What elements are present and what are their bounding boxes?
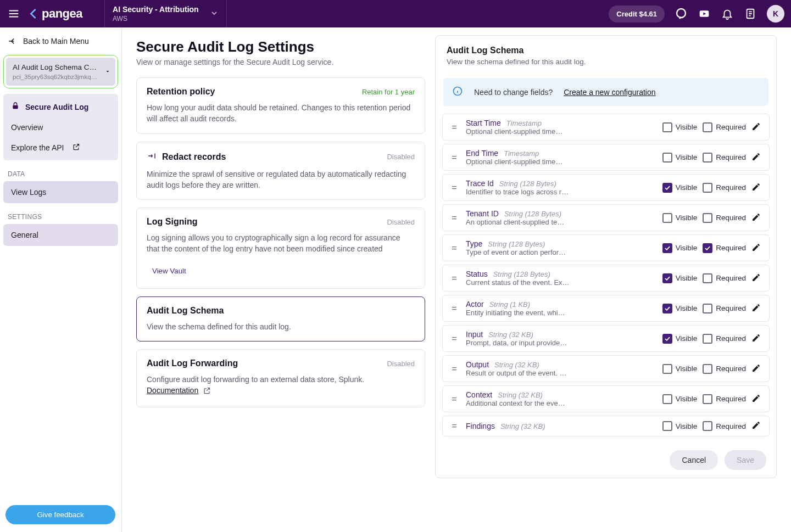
- visible-checkbox[interactable]: [662, 394, 672, 404]
- field-type: String (128 Bytes): [488, 240, 545, 248]
- drag-handle-icon[interactable]: =: [448, 122, 460, 132]
- feedback-button[interactable]: Give feedback: [5, 505, 115, 524]
- visible-label: Visible: [676, 422, 698, 430]
- schema-row: =ContextString (32 KB)Additional context…: [442, 385, 770, 412]
- required-checkbox[interactable]: [703, 364, 712, 374]
- visible-checkbox[interactable]: [662, 421, 672, 431]
- view-vault-button[interactable]: View Vault: [147, 262, 192, 279]
- edit-icon[interactable]: [748, 363, 764, 374]
- required-checkbox[interactable]: [703, 183, 712, 193]
- edit-icon[interactable]: [748, 243, 764, 254]
- card-signing[interactable]: Log Signing Disabled Log signing allows …: [136, 208, 425, 289]
- required-checkbox[interactable]: [703, 153, 712, 163]
- visible-checkbox[interactable]: [662, 273, 672, 283]
- visible-checkbox[interactable]: [662, 213, 672, 223]
- drag-handle-icon[interactable]: =: [448, 364, 460, 374]
- schema-field-list[interactable]: =Start TimeTimestampOptional client-supp…: [436, 111, 776, 442]
- docs-icon[interactable]: [740, 4, 760, 24]
- card-schema[interactable]: Audit Log Schema View the schema defined…: [136, 296, 425, 341]
- field-type: String (128 Bytes): [504, 210, 561, 218]
- user-avatar[interactable]: K: [767, 5, 784, 23]
- schema-row: =InputString (32 KB)Prompt, data, or inp…: [442, 325, 770, 352]
- visible-checkbox[interactable]: [662, 243, 672, 253]
- retention-desc: How long your audit data should be retai…: [147, 102, 415, 125]
- field-name: Tenant ID: [466, 209, 499, 218]
- page-title: Secure Audit Log Settings: [136, 38, 425, 55]
- card-retention[interactable]: Retention policy Retain for 1 year How l…: [136, 77, 425, 134]
- youtube-icon[interactable]: [694, 4, 714, 24]
- required-checkbox[interactable]: [703, 304, 712, 313]
- drag-handle-icon[interactable]: =: [448, 334, 460, 344]
- drag-handle-icon[interactable]: =: [448, 153, 460, 163]
- field-name: Output: [466, 360, 489, 369]
- required-checkbox[interactable]: [703, 243, 712, 253]
- required-label: Required: [716, 214, 746, 222]
- visible-checkbox[interactable]: [662, 183, 672, 193]
- edit-icon[interactable]: [748, 122, 764, 133]
- field-type: String (1 KB): [489, 300, 530, 309]
- schema-card-desc: View the schema defined for this audit l…: [147, 321, 415, 332]
- sidebar-explore-api[interactable]: Explore the API: [3, 137, 118, 158]
- field-name: Start Time: [466, 119, 501, 127]
- create-config-link[interactable]: Create a new configuration: [564, 88, 655, 97]
- credit-balance[interactable]: Credit $4.61: [609, 5, 665, 23]
- drag-handle-icon[interactable]: =: [448, 304, 460, 313]
- edit-icon[interactable]: [748, 421, 764, 432]
- save-button[interactable]: Save: [725, 450, 766, 470]
- field-name: Status: [466, 270, 488, 278]
- sidebar-service-title[interactable]: Secure Audit Log: [3, 96, 118, 117]
- visible-checkbox[interactable]: [662, 334, 672, 344]
- visible-label: Visible: [676, 214, 698, 222]
- cancel-button[interactable]: Cancel: [670, 450, 718, 470]
- required-checkbox[interactable]: [703, 334, 712, 344]
- bell-icon[interactable]: [717, 4, 737, 24]
- sidebar-item-view-logs[interactable]: View Logs: [3, 181, 118, 203]
- field-type: Timestamp: [506, 119, 542, 127]
- menu-toggle[interactable]: [0, 0, 27, 27]
- edit-icon[interactable]: [748, 152, 764, 163]
- required-label: Required: [716, 244, 746, 252]
- edit-icon[interactable]: [748, 273, 764, 284]
- drag-handle-icon[interactable]: =: [448, 243, 460, 253]
- edit-icon[interactable]: [748, 212, 764, 223]
- back-to-main[interactable]: Back to Main Menu: [0, 27, 121, 55]
- schema-panel: Audit Log Schema View the schema defined…: [435, 35, 777, 478]
- edit-icon[interactable]: [748, 333, 764, 344]
- required-checkbox[interactable]: [703, 421, 712, 431]
- visible-checkbox[interactable]: [662, 122, 672, 132]
- sidebar-item-general[interactable]: General: [3, 224, 118, 246]
- field-type: String (32 KB): [488, 331, 533, 339]
- edit-icon[interactable]: [748, 303, 764, 314]
- visible-checkbox[interactable]: [662, 153, 672, 163]
- field-name: Input: [466, 330, 483, 339]
- required-checkbox[interactable]: [703, 394, 712, 404]
- drag-handle-icon[interactable]: =: [448, 213, 460, 223]
- field-desc: Identifier to trace logs across r…: [466, 188, 570, 196]
- visible-checkbox[interactable]: [662, 304, 672, 313]
- required-label: Required: [716, 395, 746, 403]
- edit-icon[interactable]: [748, 394, 764, 405]
- required-checkbox[interactable]: [703, 213, 712, 223]
- service-label: Secure Audit Log: [25, 103, 88, 111]
- edit-icon[interactable]: [748, 182, 764, 193]
- chat-icon[interactable]: [671, 4, 691, 24]
- visible-checkbox[interactable]: [662, 364, 672, 374]
- drag-handle-icon[interactable]: =: [448, 394, 460, 404]
- drag-handle-icon[interactable]: =: [448, 273, 460, 283]
- panel-subtitle: View the schema defined for this audit l…: [447, 58, 765, 66]
- project-switcher[interactable]: AI Security - Attribution AWS: [104, 0, 227, 27]
- card-redact[interactable]: Redact records Disabled Minimize the spr…: [136, 142, 425, 200]
- required-checkbox[interactable]: [703, 122, 712, 132]
- brand-logo[interactable]: pangea: [27, 7, 104, 21]
- config-selector[interactable]: AI Audit Log Schema Conf… pci_35pry63sq6…: [6, 58, 115, 86]
- required-checkbox[interactable]: [703, 273, 712, 283]
- redact-badge: Disabled: [387, 153, 415, 161]
- field-name: Findings: [466, 422, 495, 430]
- drag-handle-icon[interactable]: =: [448, 421, 460, 431]
- required-label: Required: [716, 123, 746, 131]
- documentation-link[interactable]: Documentation: [147, 386, 198, 395]
- drag-handle-icon[interactable]: =: [448, 183, 460, 193]
- card-forwarding[interactable]: Audit Log Forwarding Disabled Configure …: [136, 349, 425, 407]
- sidebar-overview[interactable]: Overview: [3, 117, 118, 137]
- schema-row: =Trace IdString (128 Bytes)Identifier to…: [442, 174, 770, 201]
